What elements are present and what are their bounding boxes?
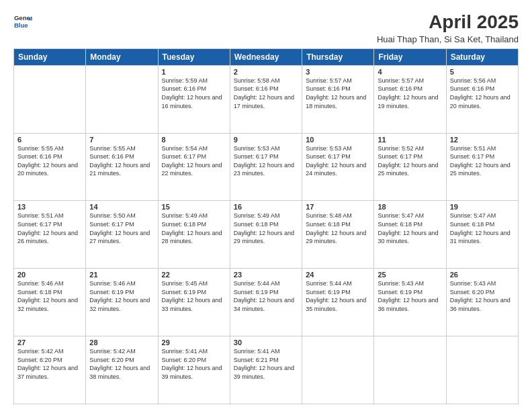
day-number: 15	[162, 203, 226, 211]
table-row: 26Sunrise: 5:43 AM Sunset: 6:20 PM Dayli…	[446, 269, 518, 336]
day-number: 4	[378, 68, 442, 76]
header-friday: Friday	[374, 48, 446, 65]
day-number: 11	[378, 136, 442, 144]
table-row: 8Sunrise: 5:54 AM Sunset: 6:17 PM Daylig…	[158, 133, 230, 201]
header-saturday: Saturday	[446, 48, 518, 65]
day-info: Sunrise: 5:57 AM Sunset: 6:16 PM Dayligh…	[378, 77, 442, 110]
calendar-header-row: Sunday Monday Tuesday Wednesday Thursday…	[14, 48, 519, 65]
logo-icon: General Blue	[13, 12, 32, 31]
day-info: Sunrise: 5:55 AM Sunset: 6:16 PM Dayligh…	[89, 144, 154, 178]
day-info: Sunrise: 5:46 AM Sunset: 6:19 PM Dayligh…	[89, 279, 154, 313]
title-block: April 2025 Huai Thap Than, Si Sa Ket, Th…	[377, 12, 519, 44]
calendar-week-row: 6Sunrise: 5:55 AM Sunset: 6:16 PM Daylig…	[14, 133, 519, 201]
table-row: 18Sunrise: 5:47 AM Sunset: 6:18 PM Dayli…	[374, 201, 446, 269]
day-number: 27	[17, 338, 82, 347]
table-row: 10Sunrise: 5:53 AM Sunset: 6:17 PM Dayli…	[302, 133, 374, 201]
table-row: 21Sunrise: 5:46 AM Sunset: 6:19 PM Dayli…	[86, 269, 158, 336]
main-title: April 2025	[377, 12, 519, 33]
day-number: 23	[234, 271, 298, 279]
day-number: 20	[17, 271, 82, 279]
day-number: 10	[306, 136, 370, 144]
table-row: 16Sunrise: 5:49 AM Sunset: 6:18 PM Dayli…	[230, 201, 302, 269]
table-row: 9Sunrise: 5:53 AM Sunset: 6:17 PM Daylig…	[230, 133, 302, 201]
day-number: 21	[89, 271, 154, 279]
day-info: Sunrise: 5:47 AM Sunset: 6:18 PM Dayligh…	[378, 212, 442, 245]
table-row: 14Sunrise: 5:50 AM Sunset: 6:17 PM Dayli…	[86, 201, 158, 269]
header: General Blue April 2025 Huai Thap Than, …	[13, 12, 519, 44]
header-wednesday: Wednesday	[230, 48, 302, 65]
table-row: 25Sunrise: 5:43 AM Sunset: 6:19 PM Dayli…	[374, 269, 446, 336]
day-info: Sunrise: 5:49 AM Sunset: 6:18 PM Dayligh…	[234, 212, 298, 245]
table-row: 28Sunrise: 5:42 AM Sunset: 6:20 PM Dayli…	[86, 336, 158, 404]
header-monday: Monday	[86, 48, 158, 65]
calendar-week-row: 13Sunrise: 5:51 AM Sunset: 6:17 PM Dayli…	[14, 201, 519, 269]
day-info: Sunrise: 5:47 AM Sunset: 6:18 PM Dayligh…	[450, 212, 515, 245]
day-number: 8	[162, 136, 226, 144]
day-number: 13	[17, 203, 82, 211]
day-info: Sunrise: 5:53 AM Sunset: 6:17 PM Dayligh…	[306, 144, 370, 178]
day-number: 9	[234, 136, 298, 144]
day-number: 12	[450, 136, 515, 144]
logo: General Blue	[13, 12, 32, 31]
day-info: Sunrise: 5:49 AM Sunset: 6:18 PM Dayligh…	[162, 212, 226, 245]
day-number: 14	[89, 203, 154, 211]
day-info: Sunrise: 5:46 AM Sunset: 6:18 PM Dayligh…	[17, 279, 82, 313]
day-info: Sunrise: 5:58 AM Sunset: 6:16 PM Dayligh…	[234, 77, 298, 110]
table-row: 2Sunrise: 5:58 AM Sunset: 6:16 PM Daylig…	[230, 65, 302, 133]
day-number: 28	[89, 338, 154, 347]
day-info: Sunrise: 5:53 AM Sunset: 6:17 PM Dayligh…	[234, 144, 298, 178]
day-info: Sunrise: 5:43 AM Sunset: 6:20 PM Dayligh…	[450, 279, 515, 313]
table-row: 23Sunrise: 5:44 AM Sunset: 6:19 PM Dayli…	[230, 269, 302, 336]
day-number: 18	[378, 203, 442, 211]
table-row: 7Sunrise: 5:55 AM Sunset: 6:16 PM Daylig…	[86, 133, 158, 201]
day-info: Sunrise: 5:42 AM Sunset: 6:20 PM Dayligh…	[89, 347, 154, 381]
day-info: Sunrise: 5:59 AM Sunset: 6:16 PM Dayligh…	[162, 77, 226, 110]
day-info: Sunrise: 5:45 AM Sunset: 6:19 PM Dayligh…	[162, 279, 226, 313]
calendar-week-row: 1Sunrise: 5:59 AM Sunset: 6:16 PM Daylig…	[14, 65, 519, 133]
day-info: Sunrise: 5:42 AM Sunset: 6:20 PM Dayligh…	[17, 347, 82, 381]
table-row: 22Sunrise: 5:45 AM Sunset: 6:19 PM Dayli…	[158, 269, 230, 336]
table-row	[14, 65, 86, 133]
day-number: 7	[89, 136, 154, 144]
day-number: 3	[306, 68, 370, 76]
day-number: 2	[234, 68, 298, 76]
table-row	[374, 336, 446, 404]
day-info: Sunrise: 5:48 AM Sunset: 6:18 PM Dayligh…	[306, 212, 370, 245]
header-tuesday: Tuesday	[158, 48, 230, 65]
day-info: Sunrise: 5:41 AM Sunset: 6:20 PM Dayligh…	[162, 347, 226, 381]
day-info: Sunrise: 5:56 AM Sunset: 6:16 PM Dayligh…	[450, 77, 515, 110]
day-number: 25	[378, 271, 442, 279]
table-row: 1Sunrise: 5:59 AM Sunset: 6:16 PM Daylig…	[158, 65, 230, 133]
page: General Blue April 2025 Huai Thap Than, …	[0, 0, 532, 411]
day-info: Sunrise: 5:51 AM Sunset: 6:17 PM Dayligh…	[450, 144, 515, 178]
day-info: Sunrise: 5:50 AM Sunset: 6:17 PM Dayligh…	[89, 212, 154, 245]
day-info: Sunrise: 5:44 AM Sunset: 6:19 PM Dayligh…	[234, 279, 298, 313]
day-number: 1	[162, 68, 226, 76]
table-row: 29Sunrise: 5:41 AM Sunset: 6:20 PM Dayli…	[158, 336, 230, 404]
table-row: 5Sunrise: 5:56 AM Sunset: 6:16 PM Daylig…	[446, 65, 518, 133]
table-row: 27Sunrise: 5:42 AM Sunset: 6:20 PM Dayli…	[14, 336, 86, 404]
table-row: 6Sunrise: 5:55 AM Sunset: 6:16 PM Daylig…	[14, 133, 86, 201]
table-row: 12Sunrise: 5:51 AM Sunset: 6:17 PM Dayli…	[446, 133, 518, 201]
day-info: Sunrise: 5:52 AM Sunset: 6:17 PM Dayligh…	[378, 144, 442, 178]
day-number: 26	[450, 271, 515, 279]
table-row: 11Sunrise: 5:52 AM Sunset: 6:17 PM Dayli…	[374, 133, 446, 201]
table-row: 19Sunrise: 5:47 AM Sunset: 6:18 PM Dayli…	[446, 201, 518, 269]
calendar-week-row: 20Sunrise: 5:46 AM Sunset: 6:18 PM Dayli…	[14, 269, 519, 336]
table-row: 24Sunrise: 5:44 AM Sunset: 6:19 PM Dayli…	[302, 269, 374, 336]
table-row: 4Sunrise: 5:57 AM Sunset: 6:16 PM Daylig…	[374, 65, 446, 133]
table-row	[86, 65, 158, 133]
day-number: 17	[306, 203, 370, 211]
day-info: Sunrise: 5:41 AM Sunset: 6:21 PM Dayligh…	[234, 347, 298, 381]
day-number: 30	[234, 338, 298, 347]
header-sunday: Sunday	[14, 48, 86, 65]
table-row: 17Sunrise: 5:48 AM Sunset: 6:18 PM Dayli…	[302, 201, 374, 269]
day-info: Sunrise: 5:51 AM Sunset: 6:17 PM Dayligh…	[17, 212, 82, 245]
table-row: 30Sunrise: 5:41 AM Sunset: 6:21 PM Dayli…	[230, 336, 302, 404]
day-number: 24	[306, 271, 370, 279]
header-thursday: Thursday	[302, 48, 374, 65]
day-info: Sunrise: 5:43 AM Sunset: 6:19 PM Dayligh…	[378, 279, 442, 313]
day-info: Sunrise: 5:54 AM Sunset: 6:17 PM Dayligh…	[162, 144, 226, 178]
day-number: 29	[162, 338, 226, 347]
table-row: 15Sunrise: 5:49 AM Sunset: 6:18 PM Dayli…	[158, 201, 230, 269]
